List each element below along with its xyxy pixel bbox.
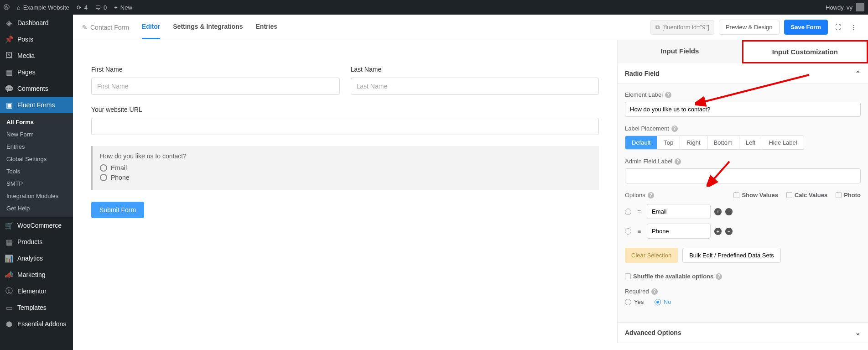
more-icon[interactable]: ⋮ bbox=[848, 22, 859, 33]
remove-option-button[interactable]: − bbox=[725, 208, 733, 215]
placement-left[interactable]: Left bbox=[739, 136, 763, 149]
menu-icon: ◈ bbox=[5, 18, 14, 27]
radio-circle-icon bbox=[100, 164, 107, 172]
add-option-button[interactable]: + bbox=[714, 208, 722, 215]
placement-right[interactable]: Right bbox=[680, 136, 707, 149]
sidebar-item-fluent-forms[interactable]: ▣Fluent Forms bbox=[0, 97, 73, 113]
menu-icon: ▣ bbox=[5, 100, 14, 110]
submenu-global-settings[interactable]: Global Settings bbox=[0, 153, 73, 165]
sidebar-item-posts[interactable]: 📌Posts bbox=[0, 31, 73, 47]
shortcode-box[interactable]: ⧉[fluentform id="9"] bbox=[650, 20, 714, 35]
radio-field-block[interactable]: How do you like us to contact? EmailPhon… bbox=[91, 146, 599, 190]
menu-icon: 💬 bbox=[5, 84, 14, 93]
option-label-input[interactable] bbox=[647, 224, 711, 239]
tab-editor[interactable]: Editor bbox=[142, 15, 160, 39]
radio-option[interactable]: Email bbox=[100, 164, 592, 172]
sidebar-item-elementor[interactable]: ⒺElementor bbox=[0, 283, 73, 299]
submenu-integration-modules[interactable]: Integration Modules bbox=[0, 190, 73, 202]
drag-icon[interactable]: ≡ bbox=[635, 208, 643, 215]
default-radio[interactable] bbox=[625, 209, 631, 215]
element-label-input[interactable] bbox=[625, 102, 861, 117]
fullscreen-icon[interactable]: ⛶ bbox=[832, 22, 843, 33]
radio-option[interactable]: Phone bbox=[100, 174, 592, 181]
submenu-tools[interactable]: Tools bbox=[0, 165, 73, 178]
last-name-input[interactable] bbox=[351, 78, 599, 95]
menu-icon: Ⓔ bbox=[5, 287, 14, 296]
form-topbar: ✎ Contact Form EditorSettings & Integrat… bbox=[73, 15, 868, 40]
updates-link[interactable]: ⟳ 4 bbox=[77, 4, 88, 11]
main-wrap: ✎ Contact Form EditorSettings & Integrat… bbox=[73, 15, 868, 350]
url-input[interactable] bbox=[91, 118, 599, 135]
help-icon[interactable]: ? bbox=[716, 273, 722, 280]
placement-hide-label[interactable]: Hide Label bbox=[762, 136, 803, 149]
section-advanced[interactable]: Advanced Options ⌄ bbox=[618, 322, 868, 343]
sidebar-item-pages[interactable]: ▤Pages bbox=[0, 64, 73, 80]
help-icon[interactable]: ? bbox=[651, 288, 658, 295]
avatar[interactable] bbox=[856, 3, 864, 11]
show-values-checkbox[interactable]: Show Values bbox=[733, 192, 778, 199]
submit-button[interactable]: Submit Form bbox=[91, 202, 144, 218]
help-icon[interactable]: ? bbox=[675, 158, 681, 165]
submenu-smtp[interactable]: SMTP bbox=[0, 178, 73, 190]
settings-panel: Input Fields Input Customization Radio F… bbox=[617, 40, 868, 343]
sidebar-item-marketing[interactable]: 📣Marketing bbox=[0, 266, 73, 283]
placement-default[interactable]: Default bbox=[625, 136, 657, 149]
sidebar-item-analytics[interactable]: 📊Analytics bbox=[0, 250, 73, 266]
option-label-input[interactable] bbox=[647, 204, 711, 219]
help-icon[interactable]: ? bbox=[665, 92, 671, 98]
help-icon[interactable]: ? bbox=[671, 125, 678, 132]
tab-input-customization[interactable]: Input Customization bbox=[742, 40, 868, 63]
radio-circle-icon bbox=[100, 174, 107, 181]
sidebar-item-comments[interactable]: 💬Comments bbox=[0, 80, 73, 97]
submenu-get-help[interactable]: Get Help bbox=[0, 202, 73, 214]
radio-question: How do you like us to contact? bbox=[100, 152, 592, 160]
greeting[interactable]: Howdy, vy bbox=[826, 4, 852, 11]
photo-checkbox[interactable]: Photo bbox=[836, 192, 861, 199]
tab-entries[interactable]: Entries bbox=[256, 15, 277, 39]
drag-icon[interactable]: ≡ bbox=[635, 228, 643, 235]
remove-option-button[interactable]: − bbox=[725, 228, 733, 235]
required-yes[interactable]: Yes bbox=[625, 298, 644, 305]
tab-input-fields[interactable]: Input Fields bbox=[618, 40, 742, 63]
shuffle-checkbox[interactable]: Shuffle the available options? bbox=[625, 273, 861, 280]
clear-selection-button[interactable]: Clear Selection bbox=[625, 248, 678, 263]
option-row: ≡+− bbox=[625, 204, 861, 219]
submenu-all-forms[interactable]: All Forms bbox=[0, 116, 73, 128]
preview-button[interactable]: Preview & Design bbox=[719, 20, 780, 35]
calc-values-checkbox[interactable]: Calc Values bbox=[786, 192, 827, 199]
chevron-up-icon: ⌃ bbox=[855, 70, 861, 77]
site-name-link[interactable]: ⌂ Example Website bbox=[17, 4, 69, 11]
form-title[interactable]: ✎ Contact Form bbox=[82, 24, 129, 31]
first-name-input[interactable] bbox=[91, 78, 340, 95]
menu-icon: 🖼 bbox=[5, 51, 14, 60]
sidebar-item-templates[interactable]: ▭Templates bbox=[0, 299, 73, 316]
new-link[interactable]: + New bbox=[114, 4, 132, 11]
sidebar-item-media[interactable]: 🖼Media bbox=[0, 47, 73, 64]
required-no[interactable]: No bbox=[655, 298, 671, 305]
save-button[interactable]: Save Form bbox=[784, 20, 828, 35]
chevron-down-icon: ⌄ bbox=[855, 329, 861, 336]
sidebar-item-products[interactable]: ▦Products bbox=[0, 234, 73, 250]
default-radio[interactable] bbox=[625, 228, 631, 235]
comments-link[interactable]: 🗨 0 bbox=[95, 4, 107, 11]
section-radio-field[interactable]: Radio Field ⌃ bbox=[618, 63, 868, 84]
menu-icon: ▭ bbox=[5, 303, 14, 312]
sidebar-item-dashboard[interactable]: ◈Dashboard bbox=[0, 15, 73, 31]
submenu-entries[interactable]: Entries bbox=[0, 141, 73, 153]
sidebar-item-woocommerce[interactable]: 🛒WooCommerce bbox=[0, 217, 73, 234]
menu-icon: ▤ bbox=[5, 68, 14, 77]
placement-top[interactable]: Top bbox=[657, 136, 680, 149]
help-icon[interactable]: ? bbox=[648, 192, 654, 199]
wp-logo[interactable]: ⓦ bbox=[4, 3, 10, 11]
admin-field-input[interactable] bbox=[625, 168, 861, 183]
menu-icon: 📊 bbox=[5, 254, 14, 263]
bulk-edit-button[interactable]: Bulk Edit / Predefined Data Sets bbox=[682, 248, 781, 263]
placement-bottom[interactable]: Bottom bbox=[707, 136, 739, 149]
option-row: ≡+− bbox=[625, 224, 861, 239]
submenu-new-form[interactable]: New Form bbox=[0, 128, 73, 141]
tab-settings-integrations[interactable]: Settings & Integrations bbox=[173, 15, 243, 39]
menu-icon: ⬢ bbox=[5, 319, 14, 329]
label-placement-group: DefaultTopRightBottomLeftHide Label bbox=[625, 136, 804, 150]
sidebar-item-essential-addons[interactable]: ⬢Essential Addons bbox=[0, 316, 73, 332]
add-option-button[interactable]: + bbox=[714, 228, 722, 235]
